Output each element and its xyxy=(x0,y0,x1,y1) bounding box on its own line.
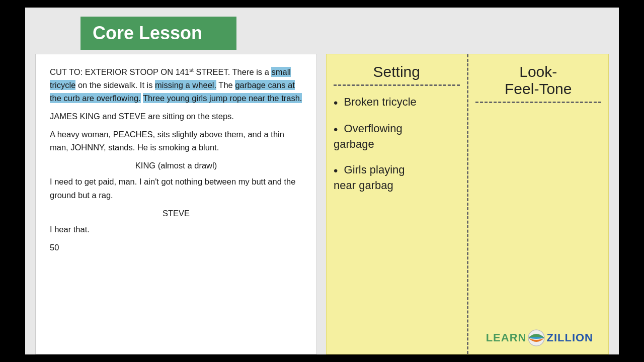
header-banner: Core Lesson xyxy=(80,17,236,50)
script-cont: on the sidewalk. It is xyxy=(75,80,155,89)
script-cont2: The xyxy=(216,80,235,89)
sticky-divider-2 xyxy=(475,102,602,103)
script-paragraph-3: A heavy woman, PEACHES, sits slightly ab… xyxy=(50,128,302,154)
sticky-col2-header: Look-Feel-Tone xyxy=(475,63,602,98)
script-paragraph-1: CUT TO: EXTERIOR STOOP ON 141st STREET. … xyxy=(50,65,302,105)
script-paragraph-2: JAMES KING and STEVE are sitting on the … xyxy=(50,110,302,123)
sticky-col1-header: Setting xyxy=(334,63,460,80)
content-row: CUT TO: EXTERIOR STOOP ON 141st STREET. … xyxy=(25,54,619,354)
bullet-1: • xyxy=(334,96,338,110)
logo-area: LEARN ZILLION xyxy=(486,329,593,347)
logo-learn: LEARN xyxy=(486,331,527,344)
sticky-item-2-text: Overflowinggarbage xyxy=(334,123,403,151)
script-mid: STREET. There is a xyxy=(194,67,272,76)
dialog2-line: I hear that. xyxy=(50,223,302,236)
script-text: CUT TO: EXTERIOR STOOP ON 141st STREET. … xyxy=(50,65,302,254)
sticky-item-2: • Overflowinggarbage xyxy=(334,122,460,152)
dialog1-line: I need to get paid, man. I ain't got not… xyxy=(50,175,302,201)
sticky-item-3: • Girls playingnear garbag xyxy=(334,163,460,193)
main-area: Core Lesson CUT TO: EXTERIOR STOOP ON 14… xyxy=(25,8,619,354)
logo-globe-icon xyxy=(527,329,545,347)
sticky-col-lft: Look-Feel-Tone xyxy=(467,54,609,354)
bullet-2: • xyxy=(334,123,338,136)
sticky-columns: Setting • Broken tricycle • Overflowingg… xyxy=(327,54,608,354)
sticky-item-1: • Broken tricycle xyxy=(334,95,460,111)
sticky-item-1-text: Broken tricycle xyxy=(344,96,417,108)
script-panel: CUT TO: EXTERIOR STOOP ON 141st STREET. … xyxy=(35,54,317,354)
highlight-three-young: Three young girls jump rope near the tra… xyxy=(143,93,302,103)
page-number: 50 xyxy=(50,241,302,254)
bullet-3: • xyxy=(334,164,338,177)
sticky-col-setting: Setting • Broken tricycle • Overflowingg… xyxy=(327,54,467,354)
sticky-panel: Setting • Broken tricycle • Overflowingg… xyxy=(326,54,609,354)
logo-zillion: ZILLION xyxy=(546,331,593,344)
script-prefix: CUT TO: EXTERIOR STOOP ON 141 xyxy=(50,67,189,76)
dialog1-speaker: KING (almost a drawl) xyxy=(50,159,302,172)
dialog2-speaker: STEVE xyxy=(50,207,302,220)
sticky-divider xyxy=(334,84,460,86)
highlight-missing-wheel: missing a wheel. xyxy=(155,80,216,90)
script-sup: st xyxy=(189,67,194,73)
header-title: Core Lesson xyxy=(93,23,202,43)
sticky-item-3-text: Girls playingnear garbag xyxy=(334,163,405,192)
